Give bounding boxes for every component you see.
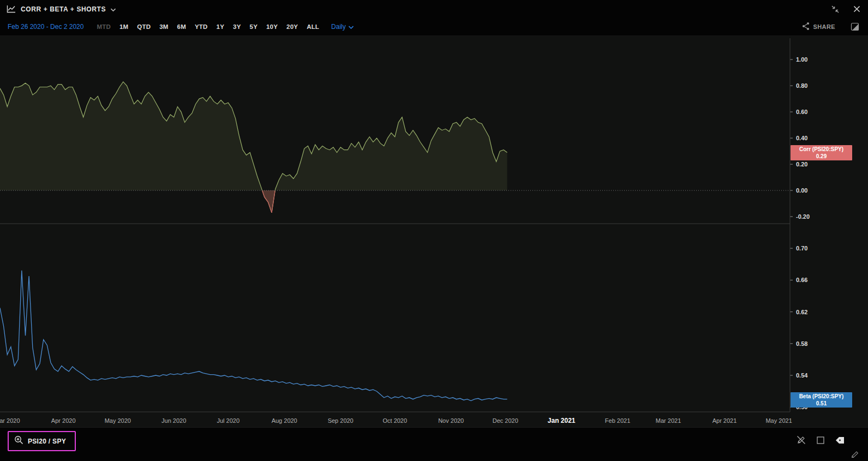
close-icon[interactable] <box>853 5 860 13</box>
symbol-selector[interactable]: PSI20 / SPY <box>8 431 76 451</box>
range-button-mtd[interactable]: MTD <box>92 21 115 33</box>
x-axis-label: Jan 2021 <box>548 417 576 424</box>
range-button-ytd[interactable]: YTD <box>190 21 212 33</box>
x-axis-label: Nov 2020 <box>438 417 464 424</box>
rectangle-tool-icon[interactable] <box>816 435 825 445</box>
y-tick-label: 0.00 <box>796 187 807 194</box>
range-button-1y[interactable]: 1Y <box>212 21 229 33</box>
y-tick-label: 0.80 <box>796 82 807 89</box>
x-axis-label: Apr 2021 <box>713 417 737 424</box>
edit-pencil-icon[interactable] <box>851 449 859 458</box>
x-axis-label: Aug 2020 <box>272 417 297 424</box>
share-label: SHARE <box>813 23 835 30</box>
x-axis-label: May 2021 <box>765 417 792 424</box>
y-tick-label: 1.00 <box>796 56 807 63</box>
x-axis-label: Dec 2020 <box>493 417 518 424</box>
x-axis-label: Jul 2020 <box>217 417 240 424</box>
zoom-plus-icon <box>14 435 23 447</box>
date-range-link[interactable]: Feb 26 2020 - Dec 2 2020 <box>8 23 83 31</box>
x-axis-label: Feb 2021 <box>605 417 630 424</box>
range-button-qtd[interactable]: QTD <box>133 21 155 33</box>
y-tick-label: 0.58 <box>796 340 807 347</box>
share-icon <box>802 22 810 32</box>
snapshot-icon[interactable] <box>851 22 859 31</box>
price-tag-icon[interactable] <box>835 435 845 445</box>
y-tick-label: -0.20 <box>796 213 810 220</box>
toolbar-actions: SHARE <box>799 21 868 33</box>
line-chart-icon <box>7 5 16 13</box>
range-button-20y[interactable]: 20Y <box>282 21 302 33</box>
y-tick-label: 0.40 <box>796 135 807 141</box>
symbol-label: PSI20 / SPY <box>28 438 66 445</box>
chevron-down-icon <box>349 23 354 31</box>
drawings-off-icon[interactable] <box>796 435 806 445</box>
chart-title-menu[interactable]: CORR + BETA + SHORTS <box>21 5 116 13</box>
range-button-1m[interactable]: 1M <box>115 21 133 33</box>
y-tick-label: 0.70 <box>796 245 807 252</box>
chart-window: CORR + BETA + SHORTS Feb 26 2020 - Dec 2… <box>0 0 868 461</box>
y-tick-label: 0.20 <box>796 161 807 167</box>
x-axis-label: May 2020 <box>105 417 131 424</box>
range-button-6m[interactable]: 6M <box>173 21 190 33</box>
x-axis-label: Jun 2020 <box>161 417 186 424</box>
y-tick-label: 0.62 <box>796 309 807 315</box>
x-axis-label: Sep 2020 <box>328 417 354 424</box>
corr-badge-label: Corr (PSI20:SPY) <box>791 146 852 153</box>
chart-title: CORR + BETA + SHORTS <box>21 5 106 13</box>
range-buttons: MTD 1M QTD 3M 6M YTD 1Y 3Y 5Y 10Y 20Y AL… <box>92 21 324 33</box>
range-button-3m[interactable]: 3M <box>155 21 172 33</box>
corr-area <box>0 82 507 213</box>
frequency-label: Daily <box>331 23 346 31</box>
exit-fullscreen-icon[interactable] <box>830 4 840 14</box>
y-tick-label: 0.66 <box>796 277 807 283</box>
frequency-dropdown[interactable]: Daily <box>328 22 357 31</box>
range-button-all[interactable]: ALL <box>302 21 324 33</box>
corr-badge-value: 0.29 <box>791 153 852 160</box>
range-button-10y[interactable]: 10Y <box>262 21 282 33</box>
beta-badge-label: Beta (PSI20:SPY) <box>791 393 852 400</box>
chart-canvas[interactable]: 1.000.800.600.400.200.00-0.200.700.660.6… <box>0 36 868 427</box>
y-tick-label: 0.54 <box>796 372 808 379</box>
beta-badge-value: 0.51 <box>791 400 852 407</box>
statusbar: PSI20 / SPY <box>0 427 868 461</box>
y-tick-label: 0.60 <box>796 109 807 115</box>
titlebar-actions <box>830 4 868 14</box>
x-axis-label: Oct 2020 <box>382 417 407 424</box>
range-button-5y[interactable]: 5Y <box>246 21 262 33</box>
chart-area[interactable]: 1.000.800.600.400.200.00-0.200.700.660.6… <box>0 36 868 427</box>
corr-value-badge: Corr (PSI20:SPY) 0.29 <box>791 145 852 160</box>
beta-line <box>0 271 507 401</box>
toolbar: Feb 26 2020 - Dec 2 2020 MTD 1M QTD 3M 6… <box>0 18 868 36</box>
range-button-3y[interactable]: 3Y <box>229 21 245 33</box>
beta-value-badge: Beta (PSI20:SPY) 0.51 <box>791 392 852 408</box>
x-axis-label: Apr 2020 <box>51 417 76 424</box>
x-axis-label: Mar 2020 <box>0 417 20 424</box>
chevron-down-icon <box>111 5 116 13</box>
share-button[interactable]: SHARE <box>799 21 839 33</box>
titlebar: CORR + BETA + SHORTS <box>0 0 868 18</box>
chart-tools <box>796 435 845 445</box>
x-axis-label: Mar 2021 <box>656 417 681 424</box>
